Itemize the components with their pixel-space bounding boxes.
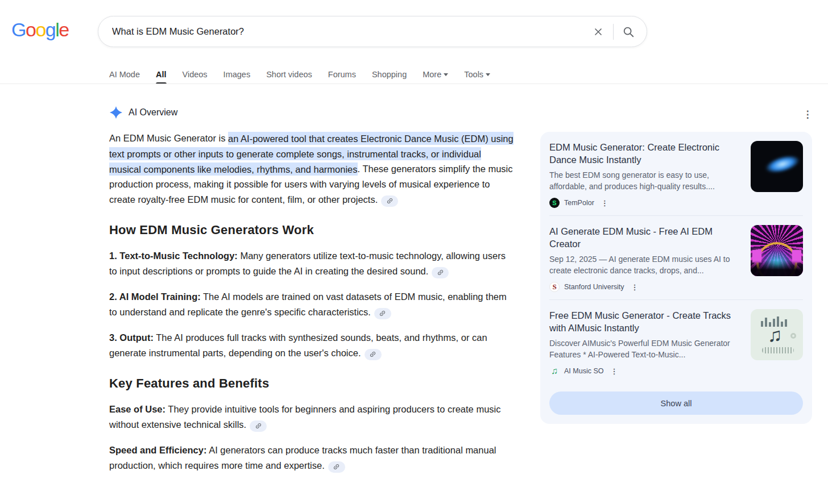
source-card[interactable]: Free EDM Music Generator - Create Tracks… <box>549 299 803 384</box>
logo-letter: o <box>35 19 45 40</box>
source-title[interactable]: EDM Music Generator: Create Electronic D… <box>549 141 743 166</box>
section-heading: Key Features and Benefits <box>109 376 514 391</box>
tab-all[interactable]: All <box>156 64 167 84</box>
source-card-text: EDM Music Generator: Create Electronic D… <box>549 141 743 208</box>
link-icon <box>384 195 395 206</box>
intro-text: An EDM Music Generator is <box>109 133 228 143</box>
source-thumbnail[interactable] <box>751 141 803 192</box>
source-card-text: AI Generate EDM Music - Free AI EDM Crea… <box>549 225 743 292</box>
overview-list-item: 1. Text-to-Music Technology: Many genera… <box>109 248 514 279</box>
source-attribution[interactable]: Stanford University ⋮ <box>549 282 743 292</box>
caret-down-icon <box>486 73 490 76</box>
source-thumbnail[interactable]: ♫ <box>751 309 803 360</box>
source-name: TemPolor <box>564 199 594 207</box>
tempolor-favicon <box>549 198 560 208</box>
overview-list-item: 3. Output: The AI produces full tracks w… <box>109 330 514 361</box>
citation-chip[interactable] <box>432 267 449 278</box>
tab-short-videos[interactable]: Short videos <box>266 64 312 84</box>
tab-label: Tools <box>464 70 483 79</box>
citation-chip[interactable] <box>381 195 398 207</box>
ai-music-so-favicon <box>549 366 560 376</box>
overview-intro-paragraph: An EDM Music Generator is an AI-powered … <box>109 131 514 207</box>
tab-label: Forums <box>328 70 356 79</box>
link-icon <box>378 308 388 318</box>
tab-label: More <box>423 70 441 79</box>
citation-chip[interactable] <box>250 420 267 432</box>
tab-images[interactable]: Images <box>223 64 251 84</box>
caret-down-icon <box>444 73 448 76</box>
ai-overview-menu-button[interactable]: ⋮ <box>801 107 814 121</box>
item-bold-label: 3. Output: <box>109 332 154 343</box>
logo-letter: G <box>11 19 26 40</box>
header-divider <box>0 84 828 84</box>
search-button[interactable] <box>616 19 641 44</box>
google-logo[interactable]: Google <box>11 19 69 41</box>
results-tab-bar: AI Mode All Videos Images Short videos F… <box>109 64 490 84</box>
ai-overview-header: AI Overview <box>109 106 514 119</box>
overview-list-item: 2. AI Model Training: The AI models are … <box>109 289 514 320</box>
tab-label: Shopping <box>372 70 407 79</box>
tab-more[interactable]: More <box>423 64 448 84</box>
source-name: Stanford University <box>564 283 624 291</box>
overview-list-item: Ease of Use: They provide intuitive tool… <box>109 402 514 432</box>
source-thumbnail[interactable] <box>751 225 803 276</box>
source-snippet: Sep 12, 2025 — AI generate EDM music use… <box>549 253 743 276</box>
stanford-favicon <box>549 282 560 292</box>
sources-panel: EDM Music Generator: Create Electronic D… <box>540 132 812 424</box>
kebab-menu-icon[interactable]: ⋮ <box>601 199 608 207</box>
logo-letter: e <box>59 19 68 40</box>
tab-ai-mode[interactable]: AI Mode <box>109 64 140 84</box>
source-title[interactable]: AI Generate EDM Music - Free AI EDM Crea… <box>549 225 743 250</box>
item-bold-label: Speed and Efficiency: <box>109 445 206 455</box>
logo-letter: o <box>26 19 35 40</box>
item-bold-label: 1. Text-to-Music Technology: <box>109 251 238 261</box>
section-heading: How EDM Music Generators Work <box>109 222 514 238</box>
link-icon <box>332 461 342 472</box>
music-note-icon: ♫ <box>768 324 783 346</box>
item-text: They provide intuitive tools for beginne… <box>109 404 500 430</box>
magnifier-icon <box>622 26 635 38</box>
source-card[interactable]: EDM Music Generator: Create Electronic D… <box>549 132 803 215</box>
logo-letter: g <box>45 19 55 40</box>
link-icon <box>253 420 263 431</box>
clear-search-button[interactable] <box>586 19 611 44</box>
search-input[interactable] <box>98 26 586 37</box>
citation-chip[interactable] <box>365 349 382 360</box>
item-bold-label: Ease of Use: <box>109 404 165 414</box>
search-bar[interactable] <box>98 16 647 47</box>
overview-list-item: Speed and Efficiency: AI generators can … <box>109 443 514 473</box>
tab-label: All <box>156 70 167 79</box>
source-name: AI Music SO <box>564 367 603 375</box>
item-text: The AI produces full tracks with synthes… <box>109 332 487 358</box>
source-attribution[interactable]: TemPolor ⋮ <box>549 198 743 208</box>
tab-label: Short videos <box>266 70 312 79</box>
tab-label: Images <box>223 70 251 79</box>
ring-graphic <box>790 333 796 339</box>
searchbar-divider <box>613 24 614 40</box>
ai-overview-label: AI Overview <box>129 107 177 118</box>
source-snippet: The best EDM song generator is easy to u… <box>549 169 743 192</box>
kebab-menu-icon[interactable]: ⋮ <box>631 283 639 291</box>
show-all-button[interactable]: Show all <box>549 391 803 415</box>
tab-videos[interactable]: Videos <box>183 64 208 84</box>
tab-shopping[interactable]: Shopping <box>372 64 407 84</box>
link-icon <box>435 267 445 277</box>
blue-glow-graphic <box>758 149 803 180</box>
tab-label: Videos <box>183 70 208 79</box>
source-title[interactable]: Free EDM Music Generator - Create Tracks… <box>549 309 743 334</box>
link-icon <box>367 349 378 359</box>
tab-tools[interactable]: Tools <box>464 64 490 84</box>
citation-chip[interactable] <box>374 308 391 319</box>
sparkle-icon <box>109 106 123 119</box>
kebab-menu-icon: ⋮ <box>803 109 813 120</box>
crowd-silhouette-graphic <box>751 260 803 276</box>
tab-forums[interactable]: Forums <box>328 64 356 84</box>
citation-chip[interactable] <box>328 461 345 473</box>
source-card[interactable]: AI Generate EDM Music - Free AI EDM Crea… <box>549 215 803 299</box>
ai-overview-section: AI Overview An EDM Music Generator is an… <box>109 106 514 473</box>
kebab-menu-icon[interactable]: ⋮ <box>610 367 618 376</box>
waveform-graphic <box>762 347 794 353</box>
source-attribution[interactable]: AI Music SO ⋮ <box>549 366 743 376</box>
close-icon <box>593 26 604 38</box>
tab-label: AI Mode <box>109 70 140 79</box>
